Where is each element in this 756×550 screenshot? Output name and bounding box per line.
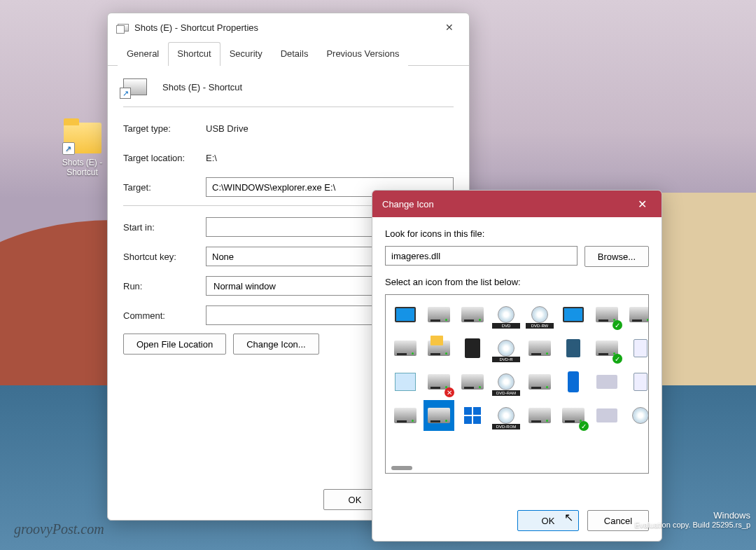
ci-ok-button[interactable]: OK xyxy=(517,510,579,531)
icon-choice[interactable]: DVD-RW xyxy=(524,299,555,330)
close-button[interactable]: ✕ xyxy=(435,18,463,37)
icon-choice[interactable] xyxy=(524,366,555,397)
ci-titlebar[interactable]: Change Icon ✕ xyxy=(372,191,662,217)
tab-shortcut[interactable]: Shortcut xyxy=(168,42,220,66)
comment-label: Comment: xyxy=(123,310,206,321)
icon-choice[interactable] xyxy=(457,333,488,364)
horizontal-scrollbar[interactable] xyxy=(391,466,412,470)
titlebar[interactable]: ↗ Shots (E) - Shortcut Properties ✕ xyxy=(108,13,469,41)
folder-icon: ↗ xyxy=(64,123,102,153)
browse-button[interactable]: Browse... xyxy=(584,246,649,267)
icon-choice[interactable]: ✓ xyxy=(592,333,622,364)
shortcut-large-icon: ↗ xyxy=(123,78,147,95)
icon-choice[interactable]: ✓ xyxy=(558,400,589,431)
icon-choice[interactable]: ✓ xyxy=(592,299,622,330)
icon-choice[interactable] xyxy=(424,333,454,364)
run-label: Run: xyxy=(123,281,206,291)
icon-choice[interactable] xyxy=(424,299,454,330)
icon-choice[interactable] xyxy=(457,400,488,431)
ci-close-button[interactable]: ✕ xyxy=(628,194,656,214)
target-location-label: Target location: xyxy=(123,153,206,163)
icon-file-input[interactable] xyxy=(385,246,578,266)
icon-choice[interactable] xyxy=(424,400,454,431)
icon-choice[interactable]: ✕ xyxy=(424,366,454,397)
look-for-label: Look for icons in this file: xyxy=(385,228,649,239)
icon-choice[interactable] xyxy=(625,333,649,364)
icon-choice[interactable] xyxy=(390,366,421,397)
tab-general[interactable]: General xyxy=(118,42,168,66)
icon-choice[interactable] xyxy=(457,299,488,330)
target-location-value: E:\ xyxy=(206,153,217,163)
target-type-value: USB Drive xyxy=(206,123,248,134)
icon-choice[interactable] xyxy=(524,333,555,364)
icon-choice[interactable] xyxy=(625,400,649,431)
select-icon-label: Select an icon from the list below: xyxy=(385,277,649,287)
icon-choice[interactable] xyxy=(625,299,649,330)
icon-choice[interactable] xyxy=(592,400,622,431)
desktop-shortcut[interactable]: ↗ Shots (E) - Shortcut xyxy=(52,123,112,177)
open-file-location-button[interactable]: Open File Location xyxy=(123,334,226,355)
icon-choice[interactable] xyxy=(625,366,649,397)
icon-choice[interactable] xyxy=(558,333,589,364)
start-in-label: Start in: xyxy=(123,222,206,233)
watermark: groovyPost.com xyxy=(14,521,104,537)
icon-choice[interactable] xyxy=(558,366,589,397)
shortcut-label: Shots (E) - Shortcut xyxy=(52,158,112,177)
target-label: Target: xyxy=(123,182,206,193)
shortcut-name: Shots (E) - Shortcut xyxy=(162,82,242,92)
icon-choice[interactable] xyxy=(524,400,555,431)
window-title: Shots (E) - Shortcut Properties xyxy=(134,22,258,33)
icon-choice[interactable] xyxy=(390,333,421,364)
change-icon-dialog: Change Icon ✕ Look for icons in this fil… xyxy=(372,190,662,542)
icon-choice[interactable]: DVD-R xyxy=(491,333,522,364)
icon-choice[interactable] xyxy=(592,366,622,397)
icon-choice[interactable]: DVD xyxy=(491,299,522,330)
ci-title: Change Icon xyxy=(382,199,434,209)
target-type-label: Target type: xyxy=(123,123,206,134)
icon-grid: DVDDVD-RW✓DVD-R✓✕DVD-RAMDVD-ROM✓ xyxy=(385,294,649,474)
windows-watermark: Windows Evaluation copy. Build 25295.rs_… xyxy=(634,510,750,529)
icon-choice[interactable] xyxy=(390,299,421,330)
tab-previous-versions[interactable]: Previous Versions xyxy=(317,42,408,66)
change-icon-button[interactable]: Change Icon... xyxy=(233,334,319,355)
icon-choice[interactable]: DVD-RAM xyxy=(491,366,522,397)
shortcut-key-label: Shortcut key: xyxy=(123,252,206,262)
tab-security[interactable]: Security xyxy=(220,42,272,66)
tab-strip: General Shortcut Security Details Previo… xyxy=(108,41,469,66)
icon-choice[interactable] xyxy=(457,366,488,397)
icon-choice[interactable] xyxy=(558,299,589,330)
drive-shortcut-icon: ↗ xyxy=(118,24,129,32)
icon-choice[interactable] xyxy=(390,400,421,431)
tab-details[interactable]: Details xyxy=(272,42,318,66)
icon-choice[interactable]: DVD-ROM xyxy=(491,400,522,431)
